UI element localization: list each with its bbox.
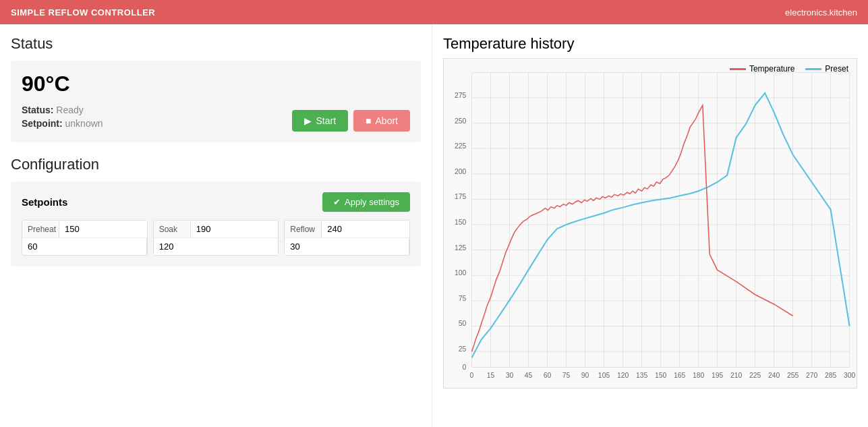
svg-text:0: 0 — [462, 364, 466, 371]
config-header: Setpoints ✔ Apply settings — [22, 192, 410, 212]
svg-text:50: 50 — [459, 320, 467, 328]
svg-text:200: 200 — [455, 168, 467, 175]
svg-text:60: 60 — [544, 372, 552, 379]
svg-text:275: 275 — [455, 92, 467, 99]
svg-text:165: 165 — [674, 372, 686, 379]
reflow-temp-row: Reflow °C — [285, 221, 409, 238]
chart-container: Temperature Preset — [443, 58, 857, 389]
preheat-time-input[interactable] — [22, 238, 146, 255]
svg-text:225: 225 — [749, 372, 761, 379]
soak-temp-input[interactable] — [191, 221, 279, 237]
setpoints-title: Setpoints — [22, 196, 67, 208]
config-title: Configuration — [11, 156, 421, 173]
soak-temp-row: Soak °C — [154, 221, 279, 238]
apply-settings-button[interactable]: ✔ Apply settings — [322, 192, 410, 212]
svg-text:125: 125 — [455, 244, 467, 252]
svg-text:135: 135 — [636, 372, 648, 379]
chart-legend: Temperature Preset — [730, 64, 848, 74]
svg-text:285: 285 — [825, 372, 837, 379]
svg-text:0: 0 — [470, 372, 474, 379]
action-buttons: ▶ Start ■ Abort — [292, 110, 410, 132]
svg-text:100: 100 — [455, 269, 467, 277]
svg-text:225: 225 — [455, 142, 467, 150]
preheat-label: Preheat — [22, 221, 59, 237]
status-box: 90°C Status: Ready Setpoint: unknown ▶ — [11, 61, 421, 142]
stop-icon: ■ — [366, 115, 371, 126]
svg-text:195: 195 — [712, 372, 724, 379]
svg-text:15: 15 — [487, 372, 495, 379]
check-icon: ✔ — [333, 197, 341, 207]
preheat-temp-row: Preheat °C — [22, 221, 147, 238]
app-title: SIMPLE REFLOW CONTROLLER — [11, 7, 155, 18]
status-info: Status: Ready Setpoint: unknown — [22, 105, 103, 132]
soak-label: Soak — [154, 221, 191, 237]
svg-text:300: 300 — [844, 372, 856, 379]
reflow-time-row: s — [285, 238, 409, 255]
setpoint-line: Setpoint: unknown — [22, 118, 103, 129]
legend-temperature: Temperature — [730, 64, 794, 74]
svg-text:150: 150 — [455, 219, 467, 226]
left-panel: Status 90°C Status: Ready Setpoint: unkn… — [0, 24, 432, 427]
preset-legend-line — [805, 68, 821, 70]
soak-group: Soak °C s — [153, 220, 279, 256]
svg-text:240: 240 — [768, 372, 780, 379]
svg-text:90: 90 — [581, 372, 589, 379]
setpoints-grid: Preheat °C s Soak °C — [22, 220, 410, 256]
svg-text:255: 255 — [787, 372, 799, 379]
chart-title: Temperature history — [443, 35, 857, 53]
preheat-group: Preheat °C s — [22, 220, 148, 256]
reflow-temp-input[interactable] — [322, 221, 410, 237]
legend-preset: Preset — [805, 64, 848, 74]
temperature-line — [471, 105, 792, 351]
config-box: Setpoints ✔ Apply settings Preheat °C — [11, 181, 421, 266]
svg-text:150: 150 — [655, 372, 667, 379]
preheat-time-row: s — [22, 238, 147, 255]
soak-time-input[interactable] — [154, 238, 278, 255]
reflow-time-input[interactable] — [285, 238, 409, 255]
app-header: SIMPLE REFLOW CONTROLLER electronics.kit… — [0, 0, 868, 24]
svg-text:210: 210 — [730, 372, 743, 379]
status-line: Status: Ready — [22, 105, 103, 115]
soak-time-unit: s — [278, 239, 279, 255]
status-title: Status — [11, 35, 421, 53]
abort-button[interactable]: ■ Abort — [353, 110, 410, 132]
svg-text:120: 120 — [617, 372, 629, 379]
reflow-group: Reflow °C s — [284, 220, 410, 256]
svg-text:250: 250 — [455, 117, 467, 125]
reflow-time-unit: s — [409, 239, 410, 255]
svg-text:45: 45 — [525, 372, 533, 379]
soak-time-row: s — [154, 238, 279, 255]
preheat-time-unit: s — [146, 239, 148, 255]
svg-text:30: 30 — [506, 372, 514, 379]
start-button[interactable]: ▶ Start — [292, 110, 348, 132]
right-panel: Temperature history Temperature Preset — [432, 24, 868, 427]
svg-text:270: 270 — [806, 372, 818, 379]
svg-text:25: 25 — [459, 345, 467, 353]
reflow-label: Reflow — [285, 221, 322, 237]
temp-legend-label: Temperature — [749, 64, 794, 74]
temp-legend-line — [730, 68, 746, 70]
preset-legend-label: Preset — [825, 64, 848, 74]
temperature-display: 90°C — [22, 72, 410, 96]
svg-text:175: 175 — [455, 194, 467, 201]
svg-text:75: 75 — [562, 372, 571, 379]
svg-text:105: 105 — [598, 372, 610, 379]
svg-text:75: 75 — [459, 295, 467, 302]
site-url: electronics.kitchen — [785, 7, 857, 18]
preheat-temp-input[interactable] — [59, 221, 148, 237]
svg-text:180: 180 — [693, 372, 705, 379]
play-icon: ▶ — [304, 115, 312, 126]
temperature-chart: 0 25 50 75 100 125 150 175 200 225 250 2… — [444, 59, 857, 388]
main-layout: Status 90°C Status: Ready Setpoint: unkn… — [0, 24, 868, 427]
status-controls: Status: Ready Setpoint: unknown ▶ Start … — [22, 105, 410, 132]
